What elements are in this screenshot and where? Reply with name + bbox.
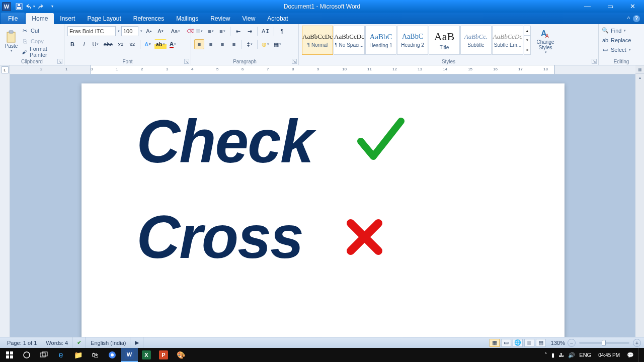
taskbar-paint[interactable]: 🎨 bbox=[172, 348, 189, 362]
ruler-toggle-icon[interactable]: ▦ bbox=[635, 65, 644, 74]
zoom-in-button[interactable]: + bbox=[633, 339, 641, 347]
zoom-out-button[interactable]: − bbox=[568, 339, 576, 347]
styles-launcher-icon[interactable]: ↘ bbox=[592, 59, 597, 64]
font-color-button[interactable]: A▾ bbox=[168, 39, 178, 49]
tray-network-icon[interactable]: 🖧 bbox=[558, 352, 564, 358]
minimize-ribbon-icon[interactable]: ^ bbox=[627, 16, 630, 22]
change-styles-button[interactable]: AA Change Styles▾ bbox=[533, 26, 557, 57]
font-launcher-icon[interactable]: ↘ bbox=[184, 59, 189, 64]
show-desktop-button[interactable] bbox=[638, 348, 641, 362]
bold-button[interactable]: B bbox=[67, 39, 77, 49]
taskbar-word[interactable]: W bbox=[121, 348, 138, 362]
task-view-button[interactable] bbox=[35, 348, 52, 362]
clipboard-launcher-icon[interactable]: ↘ bbox=[57, 59, 62, 64]
status-page[interactable]: Page: 1 of 1 bbox=[3, 337, 41, 348]
line-spacing-button[interactable]: ‡▾ bbox=[245, 39, 255, 49]
bullets-button[interactable]: ≣▾ bbox=[194, 26, 204, 36]
underline-button[interactable]: U▾ bbox=[91, 39, 101, 49]
tab-review[interactable]: Review bbox=[204, 13, 236, 24]
file-tab[interactable]: File bbox=[1, 13, 25, 24]
font-size-combo[interactable] bbox=[121, 26, 138, 36]
style-title[interactable]: AaBTitle bbox=[429, 26, 460, 55]
horizontal-ruler[interactable]: 210123456789101112131415161718 bbox=[10, 65, 635, 74]
strikethrough-button[interactable]: abc bbox=[102, 39, 114, 49]
show-marks-button[interactable]: ¶ bbox=[277, 26, 287, 36]
decrease-indent-button[interactable]: ⇤ bbox=[233, 26, 243, 36]
vertical-scrollbar[interactable]: ▦ ▴ bbox=[635, 65, 644, 337]
change-case-button[interactable]: Aa▾ bbox=[171, 26, 181, 36]
tray-language[interactable]: ENG bbox=[579, 352, 591, 358]
align-center-button[interactable]: ≡ bbox=[206, 39, 216, 49]
format-painter-button[interactable]: 🖌Format Painter bbox=[22, 47, 61, 56]
tab-page-layout[interactable]: Page Layout bbox=[81, 13, 127, 24]
find-button[interactable]: 🔍Find▾ bbox=[602, 26, 641, 35]
multilevel-button[interactable]: ≡▾ bbox=[217, 26, 227, 36]
tray-battery-icon[interactable]: ▮ bbox=[551, 352, 554, 358]
select-button[interactable]: ▭Select▾ bbox=[602, 45, 641, 54]
styles-more-button[interactable]: ▴ ▾ ≡ bbox=[524, 26, 531, 55]
highlight-button[interactable]: ab▾ bbox=[154, 39, 167, 49]
view-web-button[interactable]: 🌐 bbox=[513, 339, 523, 347]
cut-button[interactable]: ✂Cut bbox=[22, 26, 61, 36]
start-button[interactable] bbox=[1, 348, 18, 362]
tab-home[interactable]: Home bbox=[26, 13, 54, 24]
tab-insert[interactable]: Insert bbox=[54, 13, 81, 24]
tab-references[interactable]: References bbox=[127, 13, 170, 24]
shading-button[interactable]: ◍▾ bbox=[260, 39, 271, 49]
borders-button[interactable]: ▦▾ bbox=[272, 39, 283, 49]
justify-button[interactable]: ≡ bbox=[229, 39, 239, 49]
view-full-screen-button[interactable]: ▭ bbox=[501, 339, 511, 347]
help-icon[interactable]: ? bbox=[633, 15, 640, 22]
grow-font-button[interactable]: A▴ bbox=[144, 26, 154, 36]
italic-button[interactable]: I bbox=[79, 39, 89, 49]
view-draft-button[interactable]: ▤ bbox=[536, 339, 546, 347]
undo-icon[interactable]: ▾ bbox=[26, 3, 34, 11]
taskbar-chrome[interactable] bbox=[104, 348, 121, 362]
qat-customize-icon[interactable]: ▾ bbox=[48, 3, 56, 11]
status-words[interactable]: Words: 4 bbox=[42, 337, 72, 348]
style-no-spacing[interactable]: AaBbCcDc¶ No Spaci... bbox=[334, 26, 365, 55]
shrink-font-button[interactable]: A▾ bbox=[155, 26, 166, 36]
align-left-button[interactable]: ≡ bbox=[194, 39, 204, 49]
tray-chevron-icon[interactable]: ˄ bbox=[544, 352, 547, 358]
zoom-value[interactable]: 130% bbox=[551, 340, 565, 346]
tray-volume-icon[interactable]: 🔊 bbox=[568, 352, 575, 358]
taskbar-excel[interactable]: X bbox=[138, 348, 155, 362]
tab-acrobat[interactable]: Acrobat bbox=[261, 13, 294, 24]
taskbar-powerpoint[interactable]: P bbox=[155, 348, 172, 362]
replace-button[interactable]: abReplace bbox=[602, 35, 641, 45]
style-subtle-em[interactable]: AaBbCcDcSubtle Em... bbox=[492, 26, 523, 55]
redo-icon[interactable] bbox=[37, 3, 45, 11]
document-canvas[interactable]: Check Cross bbox=[10, 74, 635, 337]
status-proofing[interactable]: ✔ bbox=[73, 337, 86, 348]
taskbar-explorer[interactable]: 📁 bbox=[69, 348, 87, 362]
zoom-slider[interactable] bbox=[579, 342, 629, 344]
status-language[interactable]: English (India) bbox=[87, 337, 130, 348]
subscript-button[interactable]: x2 bbox=[116, 39, 126, 49]
cortana-button[interactable] bbox=[18, 348, 35, 362]
view-outline-button[interactable]: ≣ bbox=[524, 339, 534, 347]
numbering-button[interactable]: ≡▾ bbox=[206, 26, 216, 36]
tab-mailings[interactable]: Mailings bbox=[170, 13, 204, 24]
text-effects-button[interactable]: A▾ bbox=[143, 39, 153, 49]
paste-button[interactable]: Paste▾ bbox=[3, 26, 20, 57]
align-right-button[interactable]: ≡ bbox=[217, 39, 227, 49]
tray-clock[interactable]: 04:45 PM bbox=[595, 352, 623, 358]
save-icon[interactable] bbox=[15, 3, 23, 11]
maximize-button[interactable]: ▭ bbox=[599, 0, 621, 13]
copy-button[interactable]: ⎘Copy bbox=[22, 36, 61, 46]
style-heading1[interactable]: AaBbCHeading 1 bbox=[365, 26, 396, 55]
taskbar-edge[interactable]: e bbox=[52, 348, 69, 362]
superscript-button[interactable]: x2 bbox=[127, 39, 137, 49]
tab-view[interactable]: View bbox=[236, 13, 262, 24]
tab-selector[interactable]: L bbox=[2, 66, 9, 73]
increase-indent-button[interactable]: ⇥ bbox=[245, 26, 255, 36]
font-name-combo[interactable] bbox=[67, 26, 116, 36]
close-button[interactable]: ✕ bbox=[621, 0, 644, 13]
style-heading2[interactable]: AaBbCHeading 2 bbox=[397, 26, 428, 55]
style-subtitle[interactable]: AaBbCc.Subtitle bbox=[460, 26, 492, 55]
paragraph-launcher-icon[interactable]: ↘ bbox=[292, 59, 297, 64]
tray-notifications-icon[interactable]: 💬 bbox=[627, 352, 634, 358]
sort-button[interactable]: A↧ bbox=[260, 26, 271, 36]
view-print-layout-button[interactable]: ▦ bbox=[490, 339, 500, 347]
